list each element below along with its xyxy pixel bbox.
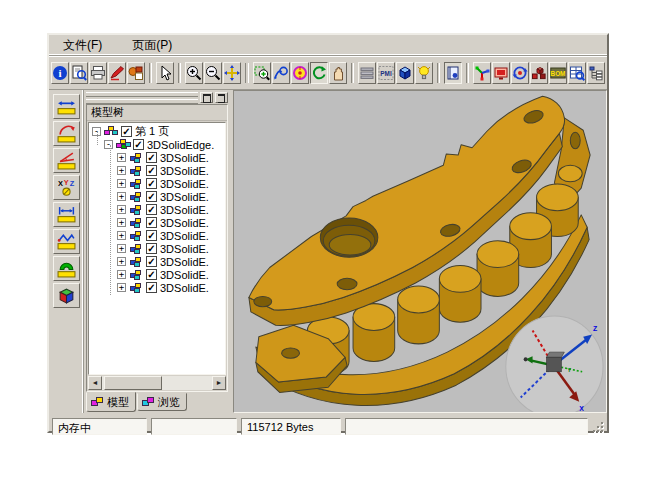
status-field-4 bbox=[345, 418, 588, 435]
coordinate-xyz-button[interactable]: XYZ bbox=[53, 175, 80, 200]
resize-grip[interactable] bbox=[592, 419, 604, 433]
scrollbar-thumb[interactable] bbox=[104, 376, 162, 390]
tree-item-label[interactable]: 3DSolidE. bbox=[160, 165, 209, 177]
tree-item-label[interactable]: 3DSolidE. bbox=[160, 178, 209, 190]
markup-button[interactable] bbox=[108, 62, 126, 84]
checkbox[interactable]: ✓ bbox=[146, 269, 157, 280]
tree-row-page[interactable]: - ✓ 第 1 页 bbox=[89, 125, 225, 138]
dynamic-zoom-button[interactable] bbox=[272, 62, 290, 84]
measure-length-button[interactable] bbox=[53, 94, 80, 119]
main-toolbar: i PMI BOM bbox=[49, 56, 607, 90]
snapshot-button[interactable] bbox=[492, 62, 510, 84]
scroll-left-button[interactable]: ◄ bbox=[88, 376, 102, 390]
checkbox[interactable]: ✓ bbox=[146, 282, 157, 293]
tree-item-label[interactable]: 3DSolidEdge. bbox=[147, 139, 214, 151]
expand-icon[interactable]: + bbox=[117, 257, 126, 266]
expand-icon[interactable]: + bbox=[117, 244, 126, 253]
measure-volume-button[interactable] bbox=[53, 283, 80, 308]
3d-viewport[interactable]: Z X Y bbox=[233, 90, 607, 413]
checkbox[interactable]: ✓ bbox=[146, 165, 157, 176]
part-icon bbox=[129, 178, 143, 189]
expand-icon[interactable]: + bbox=[117, 283, 126, 292]
tree-item-label[interactable]: 3DSolidE. bbox=[160, 230, 209, 242]
assembly-axes-button[interactable] bbox=[473, 62, 491, 84]
tree-item-label[interactable]: 3DSolidE. bbox=[160, 191, 209, 203]
report-button[interactable] bbox=[568, 62, 586, 84]
scroll-right-button[interactable]: ► bbox=[212, 376, 226, 390]
expand-icon[interactable]: + bbox=[117, 270, 126, 279]
measure-angle-button[interactable] bbox=[53, 148, 80, 173]
rotate-button[interactable] bbox=[310, 62, 328, 84]
select-button[interactable] bbox=[156, 62, 174, 84]
model-tree: - ✓ 第 1 页 - ✓ 3DSolidEdge. + ✓ bbox=[88, 122, 226, 375]
expand-icon[interactable]: + bbox=[117, 218, 126, 227]
info-button[interactable]: i bbox=[51, 62, 69, 84]
checkbox[interactable]: ✓ bbox=[146, 230, 157, 241]
animation-button[interactable] bbox=[511, 62, 529, 84]
measure-distance-button[interactable] bbox=[53, 202, 80, 227]
orientation-trackball[interactable]: Z X Y bbox=[506, 316, 603, 412]
tree-item-label[interactable]: 3DSolidE. bbox=[160, 269, 209, 281]
tree-item-label[interactable]: 3DSolidE. bbox=[160, 204, 209, 216]
checkbox[interactable]: ✓ bbox=[121, 126, 132, 137]
layers-button[interactable] bbox=[358, 62, 376, 84]
zoom-out-button[interactable] bbox=[204, 62, 222, 84]
measure-curve-button[interactable] bbox=[53, 229, 80, 254]
menu-file[interactable]: 文件(F) bbox=[61, 36, 104, 55]
tree-item-label[interactable]: 3DSolidE. bbox=[160, 282, 209, 294]
expand-icon[interactable]: + bbox=[117, 205, 126, 214]
checkbox[interactable]: ✓ bbox=[133, 139, 144, 150]
checkbox[interactable]: ✓ bbox=[146, 191, 157, 202]
preview-button[interactable] bbox=[70, 62, 88, 84]
view-cube-button[interactable] bbox=[396, 62, 414, 84]
checkbox[interactable]: ✓ bbox=[146, 217, 157, 228]
light-button[interactable] bbox=[415, 62, 433, 84]
table-magnifier-icon bbox=[569, 65, 585, 81]
tree-item-label[interactable]: 3DSolidE. bbox=[160, 256, 209, 268]
expand-icon[interactable]: + bbox=[117, 166, 126, 175]
part-icon bbox=[129, 230, 143, 241]
checkbox[interactable]: ✓ bbox=[146, 178, 157, 189]
tree-item-label[interactable]: 3DSolidE. bbox=[160, 217, 209, 229]
checkbox[interactable]: ✓ bbox=[146, 256, 157, 267]
pmi-button[interactable]: PMI bbox=[377, 62, 395, 84]
measure-radius-button[interactable] bbox=[53, 121, 80, 146]
zoom-window-button[interactable] bbox=[253, 62, 271, 84]
expand-icon[interactable]: + bbox=[117, 179, 126, 188]
pan-button[interactable] bbox=[329, 62, 347, 84]
expand-icon[interactable]: + bbox=[117, 153, 126, 162]
structure-tree-button[interactable] bbox=[587, 62, 605, 84]
notebook-button[interactable] bbox=[444, 62, 462, 84]
collapse-icon[interactable]: - bbox=[104, 140, 113, 149]
red-pencil-icon bbox=[109, 65, 125, 81]
checkbox[interactable]: ✓ bbox=[146, 152, 157, 163]
part-icon bbox=[129, 217, 143, 228]
hide-panel-button[interactable] bbox=[215, 92, 228, 103]
measure-area-button[interactable] bbox=[53, 256, 80, 281]
tab-browse[interactable]: 浏览 bbox=[137, 393, 187, 411]
model-tab-icon bbox=[91, 397, 104, 407]
tree-item-label[interactable]: 3DSolidE. bbox=[160, 152, 209, 164]
hide-icon bbox=[218, 94, 225, 103]
tree-item-label[interactable]: 3DSolidE. bbox=[160, 243, 209, 255]
checkbox[interactable]: ✓ bbox=[146, 204, 157, 215]
expand-icon[interactable]: + bbox=[117, 192, 126, 201]
checkbox[interactable]: ✓ bbox=[146, 243, 157, 254]
exploded-parts-button[interactable] bbox=[530, 62, 548, 84]
tree-item-label[interactable]: 第 1 页 bbox=[135, 124, 169, 139]
bom-button[interactable]: BOM bbox=[549, 62, 567, 84]
panel-gripper[interactable] bbox=[86, 92, 228, 103]
menu-page[interactable]: 页面(P) bbox=[130, 36, 174, 55]
info-icon: i bbox=[52, 65, 68, 81]
tree-hscrollbar[interactable]: ◄ ► bbox=[88, 376, 226, 390]
zoom-fit-button[interactable] bbox=[223, 62, 241, 84]
part-icon bbox=[129, 152, 143, 163]
print-button[interactable] bbox=[89, 62, 107, 84]
tab-model[interactable]: 模型 bbox=[86, 392, 136, 412]
zoom-in-button[interactable] bbox=[185, 62, 203, 84]
scrollbar-track[interactable] bbox=[102, 376, 212, 390]
maximize-panel-button[interactable] bbox=[200, 92, 213, 103]
expand-icon[interactable]: + bbox=[117, 231, 126, 240]
stamp-button[interactable] bbox=[127, 62, 145, 84]
rotate-center-button[interactable] bbox=[291, 62, 309, 84]
